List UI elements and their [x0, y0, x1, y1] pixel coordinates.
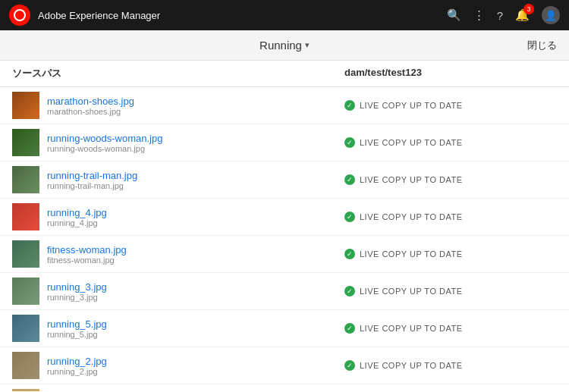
- status-label: LIVE COPY UP TO DATE: [360, 175, 463, 184]
- col-source-header: ソースパス: [12, 67, 344, 80]
- file-name: running_4.jpg: [47, 207, 344, 218]
- file-name: marathon-shoes.jpg: [47, 96, 344, 107]
- table-row[interactable]: fitness-woman.jpg fitness-woman.jpg LIVE…: [0, 236, 569, 273]
- file-sub: marathon-shoes.jpg: [47, 107, 344, 116]
- status-label: LIVE COPY UP TO DATE: [360, 361, 463, 370]
- file-sub: running_5.jpg: [47, 330, 344, 339]
- status-label: LIVE COPY UP TO DATE: [360, 138, 463, 147]
- row-status: LIVE COPY UP TO DATE: [344, 212, 557, 222]
- running-label: Running: [259, 39, 302, 52]
- file-name: running_2.jpg: [47, 356, 344, 367]
- thumbnail: [12, 315, 39, 342]
- thumbnail: [12, 352, 39, 379]
- table-row[interactable]: running_2.jpg running_2.jpg LIVE COPY UP…: [0, 347, 569, 384]
- table-row[interactable]: running-desert-woman.jpg running-desert-…: [0, 384, 569, 391]
- row-source: running_5.jpg running_5.jpg: [47, 318, 344, 339]
- row-source: running-trail-man.jpg running-trail-man.…: [47, 170, 344, 190]
- status-dot: [344, 137, 355, 148]
- avatar[interactable]: 👤: [542, 6, 560, 24]
- status-label: LIVE COPY UP TO DATE: [360, 287, 463, 296]
- table-row[interactable]: running_4.jpg running_4.jpg LIVE COPY UP…: [0, 199, 569, 236]
- apps-icon[interactable]: ⋮: [473, 8, 485, 22]
- thumbnail: [12, 166, 39, 193]
- row-status: LIVE COPY UP TO DATE: [344, 286, 557, 296]
- row-status: LIVE COPY UP TO DATE: [344, 360, 557, 371]
- row-status: LIVE COPY UP TO DATE: [344, 174, 557, 185]
- file-sub: running_2.jpg: [47, 367, 344, 376]
- thumbnail: [12, 129, 39, 156]
- thumbnail: [12, 203, 39, 230]
- status-label: LIVE COPY UP TO DATE: [360, 324, 463, 333]
- app-logo[interactable]: [9, 5, 30, 26]
- table-row[interactable]: marathon-shoes.jpg marathon-shoes.jpg LI…: [0, 87, 569, 124]
- status-dot: [344, 323, 355, 334]
- row-source: marathon-shoes.jpg marathon-shoes.jpg: [47, 96, 344, 116]
- table-row[interactable]: running-woods-woman.jpg running-woods-wo…: [0, 124, 569, 162]
- file-sub: running-woods-woman.jpg: [47, 144, 344, 153]
- status-dot: [344, 100, 355, 111]
- notification-badge: 3: [523, 4, 534, 14]
- table-row[interactable]: running_5.jpg running_5.jpg LIVE COPY UP…: [0, 310, 569, 347]
- search-icon[interactable]: 🔍: [447, 8, 461, 22]
- row-status: LIVE COPY UP TO DATE: [344, 249, 557, 259]
- table-body: marathon-shoes.jpg marathon-shoes.jpg LI…: [0, 87, 569, 391]
- sub-header-title: Running ▾: [259, 39, 310, 52]
- status-dot: [344, 249, 355, 259]
- row-status: LIVE COPY UP TO DATE: [344, 137, 557, 148]
- status-label: LIVE COPY UP TO DATE: [360, 249, 463, 259]
- help-icon[interactable]: ?: [497, 9, 503, 22]
- thumbnail: [12, 240, 39, 268]
- file-name: running_5.jpg: [47, 318, 344, 330]
- file-sub: running-trail-man.jpg: [47, 181, 344, 190]
- status-dot: [344, 286, 355, 296]
- col-status-header: dam/test/test123: [344, 67, 557, 80]
- table-row[interactable]: running_3.jpg running_3.jpg LIVE COPY UP…: [0, 273, 569, 310]
- table-row[interactable]: running-trail-man.jpg running-trail-man.…: [0, 162, 569, 199]
- logo-inner: [14, 9, 26, 21]
- file-name: running-trail-man.jpg: [47, 170, 344, 181]
- row-source: fitness-woman.jpg fitness-woman.jpg: [47, 244, 344, 265]
- status-dot: [344, 360, 355, 371]
- file-name: running-woods-woman.jpg: [47, 133, 344, 144]
- bell-icon[interactable]: 🔔 3: [515, 8, 530, 22]
- close-button[interactable]: 閉じる: [527, 39, 557, 52]
- thumbnail: [12, 278, 39, 305]
- table-header: ソースパス dam/test/test123: [0, 61, 569, 87]
- app-title: Adobe Experience Manager: [38, 10, 447, 21]
- sub-header: Running ▾ 閉じる: [0, 30, 569, 61]
- row-source: running_4.jpg running_4.jpg: [47, 207, 344, 227]
- thumbnail: [12, 389, 39, 391]
- row-status: LIVE COPY UP TO DATE: [344, 100, 557, 111]
- top-nav: Adobe Experience Manager 🔍 ⋮ ? 🔔 3 👤: [0, 0, 569, 30]
- status-dot: [344, 212, 355, 222]
- chevron-down-icon[interactable]: ▾: [305, 40, 310, 50]
- file-sub: running_4.jpg: [47, 218, 344, 227]
- status-dot: [344, 174, 355, 185]
- nav-icons: 🔍 ⋮ ? 🔔 3 👤: [447, 6, 560, 24]
- status-label: LIVE COPY UP TO DATE: [360, 212, 463, 221]
- row-status: LIVE COPY UP TO DATE: [344, 323, 557, 334]
- row-source: running_3.jpg running_3.jpg: [47, 281, 344, 302]
- file-name: fitness-woman.jpg: [47, 244, 344, 256]
- file-sub: fitness-woman.jpg: [47, 256, 344, 265]
- row-source: running-woods-woman.jpg running-woods-wo…: [47, 133, 344, 153]
- thumbnail: [12, 92, 39, 119]
- file-name: running_3.jpg: [47, 281, 344, 293]
- row-source: running_2.jpg running_2.jpg: [47, 356, 344, 376]
- status-label: LIVE COPY UP TO DATE: [360, 101, 463, 110]
- file-sub: running_3.jpg: [47, 293, 344, 302]
